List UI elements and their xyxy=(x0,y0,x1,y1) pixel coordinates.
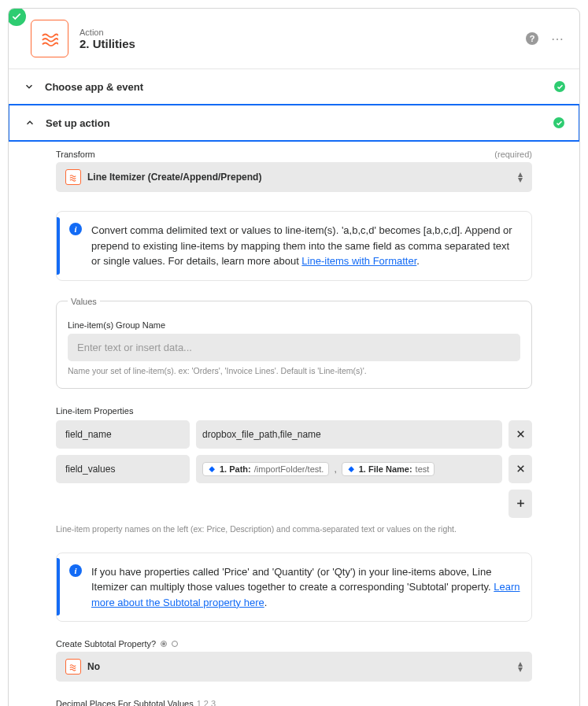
property-value-input[interactable]: dropbox_file_path,file_name xyxy=(196,420,502,449)
property-value-input[interactable]: ⯁ 1. Path: /importFolder/test. , ⯁ 1. Fi… xyxy=(196,455,502,483)
group-name-helper: Name your set of line-item(s). ex: 'Orde… xyxy=(68,366,520,375)
setup-action-body: Transform (required) Line Itemizer (Crea… xyxy=(9,142,579,706)
remove-row-button[interactable] xyxy=(508,455,532,483)
line-items-link[interactable]: Line-items with Formatter xyxy=(301,255,416,267)
info-callout-transform: i Convert comma delimited text or values… xyxy=(56,211,532,281)
help-icon[interactable]: ? xyxy=(526,32,538,45)
property-row: field_name dropbox_file_path,file_name xyxy=(56,420,532,449)
header-title: 2. Utilities xyxy=(80,37,135,50)
header-text: Action 2. Utilities xyxy=(80,28,135,50)
dropbox-icon: ⯁ xyxy=(347,464,356,474)
section-title: Choose app & event xyxy=(45,81,545,93)
check-icon xyxy=(554,81,565,92)
info-icon: i xyxy=(69,223,82,235)
property-key-input[interactable]: field_values xyxy=(56,455,190,483)
mapped-field-pill[interactable]: ⯁ 1. File Name: test xyxy=(342,462,435,476)
chevron-up-icon xyxy=(24,116,36,129)
info-text: If you have properties called 'Price' an… xyxy=(91,564,520,611)
add-row-button[interactable] xyxy=(508,490,532,518)
chevron-down-icon xyxy=(23,80,35,93)
mapped-field-pill[interactable]: ⯁ 1. Path: /importFolder/test. xyxy=(202,462,329,476)
formatter-icon xyxy=(65,659,81,675)
create-subtotal-select[interactable]: No ▴▾ xyxy=(56,652,532,682)
select-caret-icon: ▴▾ xyxy=(518,661,523,672)
more-menu-icon[interactable]: ⋯ xyxy=(551,31,565,46)
subtotal-value: No xyxy=(87,661,512,672)
info-icon: i xyxy=(69,564,82,577)
values-legend: Values xyxy=(68,297,100,306)
info-text: Convert comma delimited text or values t… xyxy=(91,223,520,269)
select-caret-icon: ▴▾ xyxy=(518,172,523,183)
decimal-places-label: Decimal Places For Subtotal Values 1 2 3 xyxy=(56,699,532,706)
group-name-label: Line-item(s) Group Name xyxy=(68,320,520,330)
info-callout-subtotal: i If you have properties called 'Price' … xyxy=(56,553,532,623)
transform-select[interactable]: Line Itemizer (Create/Append/Prepend) ▴▾ xyxy=(56,162,532,192)
utilities-app-icon xyxy=(31,20,68,57)
create-subtotal-label: Create Subtotal Property? xyxy=(56,639,532,649)
properties-helper: Line-item property names on the left (ex… xyxy=(56,524,532,534)
check-icon xyxy=(553,117,564,128)
transform-label: Transform xyxy=(56,150,95,159)
property-key-input[interactable]: field_name xyxy=(56,420,190,449)
separator: , xyxy=(332,464,338,475)
section-title: Set up action xyxy=(46,117,544,129)
header-subtitle: Action xyxy=(80,28,135,37)
section-choose-app-event[interactable]: Choose app & event xyxy=(9,69,579,105)
remove-row-button[interactable] xyxy=(508,420,532,449)
required-tag: (required) xyxy=(494,150,532,159)
formatter-icon xyxy=(65,169,81,185)
section-set-up-action[interactable]: Set up action xyxy=(8,104,580,142)
property-row: field_values ⯁ 1. Path: /importFolder/te… xyxy=(56,455,532,483)
dropbox-icon: ⯁ xyxy=(208,464,216,474)
transform-value: Line Itemizer (Create/Append/Prepend) xyxy=(87,172,512,183)
line-item-properties-label: Line-item Properties xyxy=(56,406,532,416)
action-card: Action 2. Utilities ? ⋯ Choose app & eve… xyxy=(8,8,580,706)
card-header: Action 2. Utilities ? ⋯ xyxy=(9,9,579,69)
radio-unselected-icon xyxy=(172,641,178,647)
values-fieldset: Values Line-item(s) Group Name Enter tex… xyxy=(56,297,532,389)
radio-selected-icon xyxy=(161,641,167,647)
group-name-input[interactable]: Enter text or insert data... xyxy=(68,334,520,361)
